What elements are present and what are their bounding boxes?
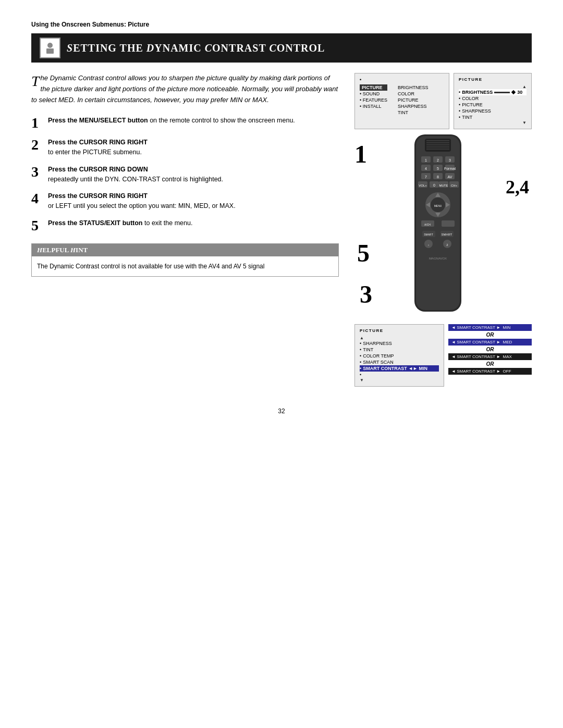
helpful-hint-header: HELPFUL HINT bbox=[32, 244, 338, 256]
step-5: 5 Press the STATUS/EXIT button to exit t… bbox=[31, 218, 339, 233]
title-icon bbox=[40, 38, 60, 58]
step-2: 2 Press the CURSOR RING RIGHT to enter t… bbox=[31, 138, 339, 157]
step-content-5: Press the STATUS/EXIT button to exit the… bbox=[48, 218, 192, 228]
svg-text:8: 8 bbox=[437, 175, 439, 179]
picture-item: •PICTURE bbox=[459, 102, 527, 108]
title-text: SETTING THE DYNAMIC CONTRAST CONTROL bbox=[67, 42, 325, 54]
svg-text:3: 3 bbox=[449, 158, 451, 162]
scroll-up2-icon: ▲ bbox=[360, 336, 439, 340]
picture-submenu-2-screen: PICTURE ▲ •SHARPNESS •TINT •COLOR TEMP •… bbox=[354, 324, 444, 387]
step-4: 4 Press the CURSOR RING RIGHT or LEFT un… bbox=[31, 191, 339, 211]
color-temp-item: •COLOR TEMP bbox=[360, 353, 439, 359]
scroll-up-icon: ▲ bbox=[459, 84, 527, 89]
svg-text:Format: Format bbox=[444, 167, 456, 170]
step-number-2: 2 bbox=[31, 138, 43, 152]
menu-picture: PICTURE bbox=[398, 97, 429, 103]
svg-point-0 bbox=[47, 43, 53, 48]
tint-item: •TINT bbox=[459, 114, 527, 120]
menu-tint: TINT bbox=[398, 109, 429, 116]
step-number-4: 4 bbox=[31, 191, 43, 206]
sharpness-item: •SHARPNESS bbox=[459, 108, 527, 114]
smart-scan-item: •SMART SCAN bbox=[360, 359, 439, 365]
remote-control: 1 2 3 4 5 Format 7 bbox=[401, 134, 485, 319]
sc-max-option: ◄ SMART CONTRAST ► MAX bbox=[448, 353, 532, 360]
svg-text:1: 1 bbox=[425, 158, 427, 162]
svg-text:SMART: SMART bbox=[424, 233, 433, 236]
step-number-1: 1 bbox=[31, 116, 43, 130]
brightness-item: • BRIGHTNESS 30 bbox=[459, 89, 527, 95]
sc-min-option: ◄ SMART CONTRAST ► MIN bbox=[448, 324, 532, 331]
helpful-hint: HELPFUL HINT The Dynamic Contrast contro… bbox=[31, 243, 339, 277]
steps-list: 1 Press the MENU/SELECT button on the re… bbox=[31, 116, 339, 233]
or-label-1: OR bbox=[448, 332, 532, 338]
step-1: 1 Press the MENU/SELECT button on the re… bbox=[31, 116, 339, 130]
step-num-3-overlay: 3 bbox=[360, 280, 372, 309]
svg-text:5: 5 bbox=[437, 167, 439, 170]
svg-text:7: 7 bbox=[425, 175, 427, 179]
step-content-1: Press the MENU/SELECT button on the remo… bbox=[48, 116, 295, 126]
svg-text:CH+: CH+ bbox=[451, 184, 458, 187]
or-label-3: OR bbox=[448, 361, 532, 367]
sc-med-option: ◄ SMART CONTRAST ► MED bbox=[448, 339, 532, 346]
svg-text:0: 0 bbox=[433, 183, 435, 187]
page-number: 32 bbox=[31, 408, 532, 415]
step-content-3: Press the CURSOR RING DOWN repeatedly un… bbox=[48, 165, 223, 184]
svg-text:VOL+: VOL+ bbox=[419, 184, 427, 187]
step-number-5: 5 bbox=[31, 218, 43, 233]
svg-text:2: 2 bbox=[437, 158, 439, 162]
step-num-1-overlay: 1 bbox=[354, 140, 367, 168]
menu-sharpness: SHARPNESS bbox=[398, 103, 429, 109]
smart-contrast-highlighted: •SMART CONTRAST ◄► MIN bbox=[360, 365, 439, 372]
menu-picture-selected: PICTURE bbox=[360, 84, 387, 91]
svg-text:SMART: SMART bbox=[442, 233, 452, 236]
color-item: •COLOR bbox=[459, 95, 527, 102]
svg-text:MENU: MENU bbox=[434, 204, 442, 207]
svg-text:4: 4 bbox=[425, 167, 427, 170]
step-content-2: Press the CURSOR RING RIGHT to enter the… bbox=[48, 138, 148, 157]
right-column: • PICTURE • SOUND • FEATURES • INSTALL B… bbox=[354, 73, 532, 387]
intro-text: The Dynamic Contrast control allows you … bbox=[31, 73, 339, 105]
svg-rect-1 bbox=[46, 48, 54, 54]
sc-off-option: ◄ SMART CONTRAST ► OFF bbox=[448, 368, 532, 375]
or-label-2: OR bbox=[448, 347, 532, 352]
sharpness-item-2: •SHARPNESS bbox=[360, 340, 439, 347]
page-header: Using the Onscreen Submenus: Picture bbox=[31, 21, 532, 28]
step-number-3: 3 bbox=[31, 165, 43, 179]
picture-submenu-screen: PICTURE ▲ • BRIGHTNESS 30 •COLOR •PICTUR… bbox=[454, 73, 532, 129]
svg-text:A/CH: A/CH bbox=[424, 223, 431, 226]
extra-dot-item: • bbox=[360, 372, 439, 378]
scroll-down-icon: ▼ bbox=[459, 120, 527, 125]
svg-text:○: ○ bbox=[427, 243, 429, 246]
menu-brightness: BRIGHTNESS bbox=[398, 84, 429, 91]
step-num-5-overlay: 5 bbox=[357, 239, 370, 267]
svg-text:MUTE: MUTE bbox=[439, 184, 448, 187]
title-bar: SETTING THE DYNAMIC CONTRAST CONTROL bbox=[31, 33, 532, 63]
step-content-4: Press the CURSOR RING RIGHT or LEFT unti… bbox=[48, 191, 236, 211]
main-menu-screen: • PICTURE • SOUND • FEATURES • INSTALL B… bbox=[354, 73, 449, 129]
picture-submenu-title: PICTURE bbox=[459, 77, 527, 82]
left-column: The Dynamic Contrast control allows you … bbox=[31, 73, 339, 387]
sc-options-column: ◄ SMART CONTRAST ► MIN OR ◄ SMART CONTRA… bbox=[448, 324, 532, 387]
first-letter: T bbox=[31, 74, 40, 89]
svg-text:MAGNAVOX: MAGNAVOX bbox=[429, 257, 447, 260]
step-3: 3 Press the CURSOR RING DOWN repeatedly … bbox=[31, 165, 339, 184]
scroll-down2-icon: ▼ bbox=[360, 378, 439, 382]
tint-item-2: •TINT bbox=[360, 347, 439, 353]
step-num-24-overlay: 2,4 bbox=[506, 176, 529, 198]
menu-color: COLOR bbox=[398, 91, 429, 97]
helpful-hint-body: The Dynamic Contrast control is not avai… bbox=[32, 256, 338, 276]
svg-text:AV: AV bbox=[448, 175, 452, 179]
picture-submenu-2-title: PICTURE bbox=[360, 328, 439, 333]
svg-rect-44 bbox=[442, 220, 455, 227]
